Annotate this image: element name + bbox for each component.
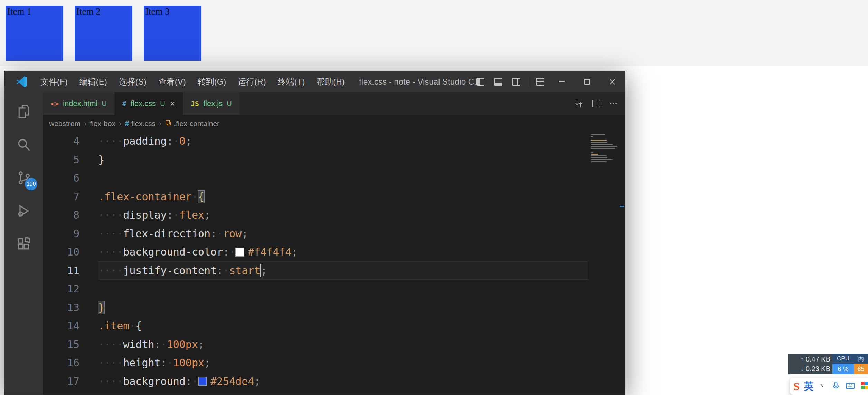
flex-preview: Item 1Item 2Item 3: [0, 0, 868, 66]
breadcrumb-item-1[interactable]: flex-box: [90, 119, 115, 128]
toggle-sidebar-icon[interactable]: [471, 71, 489, 92]
cpu-value: 6 %: [832, 364, 854, 374]
editor[interactable]: 4····padding:·0;5}67.flex-container·{8··…: [43, 132, 625, 395]
minimap[interactable]: [588, 132, 625, 395]
git-status-badge: U: [102, 100, 106, 108]
download-speed: 0.23 KB: [806, 365, 830, 373]
line-number: 11: [43, 261, 79, 280]
tab-label: flex.css: [131, 99, 156, 108]
titlebar-separator: [528, 77, 528, 86]
mic-icon[interactable]: [831, 381, 841, 392]
code-line[interactable]: 9····flex-direction:·row;: [43, 224, 625, 243]
code-text: ····flex-direction:·row;: [98, 224, 625, 243]
code-area[interactable]: 4····padding:·0;5}67.flex-container·{8··…: [43, 132, 625, 395]
menu-item-4[interactable]: 转到(G): [192, 71, 232, 92]
code-text: ····display:·flex;: [98, 206, 625, 224]
ime-punctuation-toggle[interactable]: 丶: [818, 381, 827, 392]
overview-ruler-cursor: [620, 206, 624, 207]
vscode-logo-icon: [15, 76, 28, 88]
customize-layout-icon[interactable]: [531, 71, 549, 92]
breadcrumb-item-3[interactable]: .flex-container: [165, 119, 219, 128]
breadcrumb: webstrom›flex-box›#flex.css›.flex-contai…: [43, 115, 625, 132]
net-speed-widget: ↑ 0.47 KB ↓ 0.23 KB CPU 6 % 内 65: [788, 354, 868, 374]
window-title: flex.css - note - Visual Studio C...: [359, 71, 481, 92]
code-text: ····justify-content:·start;: [98, 261, 625, 280]
upload-speed: 0.47 KB: [806, 355, 830, 363]
upload-arrow-icon: ↑: [801, 356, 804, 363]
menu-item-2[interactable]: 选择(S): [113, 71, 152, 92]
keyboard-icon[interactable]: [845, 380, 856, 392]
cpu-meter: CPU 6 %: [832, 354, 854, 374]
line-number: 13: [43, 298, 79, 317]
tab-flex.js[interactable]: JSflex.jsU: [183, 92, 240, 115]
scm-changes-badge: 100: [25, 178, 37, 190]
extensions-icon[interactable]: [5, 228, 43, 261]
code-text: ····margin:·10px;: [98, 391, 625, 395]
minimize-icon[interactable]: [549, 71, 574, 92]
title-bar: 文件(F)编辑(E)选择(S)查看(V)转到(G)运行(R)终端(T)帮助(H)…: [5, 71, 625, 92]
split-editor-icon[interactable]: [587, 92, 605, 115]
tab-label: flex.js: [203, 99, 223, 108]
line-number: 8: [43, 206, 79, 224]
code-line[interactable]: 8····display:·flex;: [43, 206, 625, 224]
color-swatch[interactable]: [198, 377, 207, 386]
menu-item-1[interactable]: 编辑(E): [74, 71, 113, 92]
code-text: ····background-color:·#f4f4f4;: [98, 243, 625, 261]
tab-label: index.html: [63, 99, 97, 108]
code-line[interactable]: 15····width:·100px;: [43, 335, 625, 354]
code-line[interactable]: 13}: [43, 298, 625, 317]
cpu-label: CPU: [832, 354, 854, 364]
search-icon[interactable]: [5, 128, 43, 161]
explorer-icon[interactable]: [5, 95, 43, 128]
menu-item-3[interactable]: 查看(V): [152, 71, 192, 92]
code-line[interactable]: 14.item·{: [43, 317, 625, 335]
code-line[interactable]: 17····background:·#254de4;: [43, 372, 625, 391]
color-swatch[interactable]: [235, 248, 244, 257]
activity-bar: 100: [5, 92, 43, 395]
code-text: }: [98, 151, 625, 169]
tab-flex.css[interactable]: #flex.cssU×: [115, 92, 183, 115]
menu-item-7[interactable]: 帮助(H): [311, 71, 350, 92]
run-debug-icon[interactable]: [5, 194, 43, 228]
code-line[interactable]: 4····padding:·0;: [43, 132, 625, 151]
more-actions-icon[interactable]: [605, 92, 622, 115]
net-speeds: ↑ 0.47 KB ↓ 0.23 KB: [788, 354, 832, 374]
memory-meter: 内 65: [854, 354, 868, 374]
menu-item-5[interactable]: 运行(R): [232, 71, 272, 92]
close-icon[interactable]: [600, 71, 625, 92]
code-line[interactable]: 16····height:·100px;: [43, 354, 625, 372]
maximize-icon[interactable]: [574, 71, 600, 92]
ime-toolbar: S 英 丶: [790, 378, 868, 395]
ime-language-mode[interactable]: 英: [804, 380, 814, 393]
line-number: 12: [43, 280, 79, 298]
breadcrumb-label: webstrom: [49, 119, 81, 128]
breadcrumb-item-2[interactable]: #flex.css: [125, 119, 155, 128]
code-line[interactable]: 5}: [43, 151, 625, 169]
code-line[interactable]: 18····margin:·10px;: [43, 391, 625, 395]
code-text: .flex-container·{: [98, 187, 625, 206]
source-control-icon[interactable]: 100: [5, 161, 43, 194]
toolbox-icon[interactable]: [860, 381, 868, 392]
code-line[interactable]: 11····justify-content:·start;: [43, 261, 625, 280]
code-text: ····height:·100px;: [98, 354, 625, 372]
code-line[interactable]: 12: [43, 280, 625, 298]
git-status-badge: U: [227, 100, 232, 108]
menu-item-0[interactable]: 文件(F): [35, 71, 74, 92]
code-text: ····background:·#254de4;: [98, 372, 625, 391]
minimap-content: [591, 133, 619, 162]
menu-bar: 文件(F)编辑(E)选择(S)查看(V)转到(G)运行(R)终端(T)帮助(H): [35, 71, 351, 92]
code-text: ····width:·100px;: [98, 335, 625, 354]
tabbar-actions: [570, 92, 622, 115]
preview-item-3: Item 3: [144, 6, 201, 61]
open-changes-icon[interactable]: [570, 92, 587, 115]
code-line[interactable]: 7.flex-container·{: [43, 187, 625, 206]
breadcrumb-item-0[interactable]: webstrom: [49, 119, 81, 128]
close-tab-icon[interactable]: ×: [170, 98, 175, 109]
sogou-logo-icon[interactable]: S: [793, 381, 800, 392]
tab-index.html[interactable]: <>index.htmlU: [43, 92, 115, 115]
toggle-panel-icon[interactable]: [489, 71, 507, 92]
code-line[interactable]: 10····background-color:·#f4f4f4;: [43, 243, 625, 261]
toggle-secondary-sidebar-icon[interactable]: [507, 71, 525, 92]
code-line[interactable]: 6: [43, 169, 625, 187]
menu-item-6[interactable]: 终端(T): [272, 71, 311, 92]
